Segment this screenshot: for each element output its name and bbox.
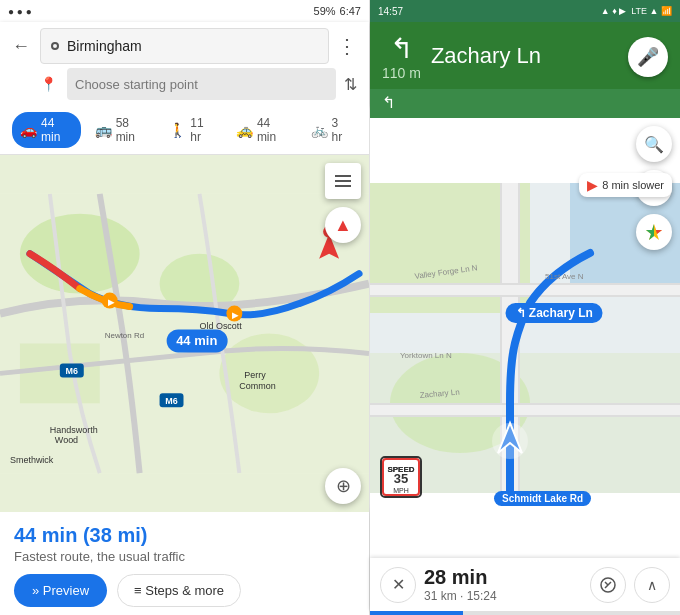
status-bar-left: ● ● ● 59% 6:47 bbox=[0, 0, 369, 22]
schmidt-lake-label: Schmidt Lake Rd bbox=[494, 491, 591, 506]
speed-limit-sign: SPEED SPEED 35 MPH bbox=[380, 456, 422, 498]
nav-map[interactable]: Valley Forge Ln N 51st Ave N Yorktown Ln… bbox=[370, 118, 680, 558]
route-time-label: 44 min bbox=[166, 329, 227, 352]
compass-icon[interactable]: ▲ bbox=[325, 207, 361, 243]
search-bar: ← Birmingham ⋮ 📍 Choose starting point ⇅ bbox=[0, 22, 369, 106]
turn-arrow-icon: ↰ bbox=[390, 32, 413, 65]
svg-text:Newton Rd: Newton Rd bbox=[105, 331, 144, 340]
gmaps-triangle: ▶ bbox=[587, 177, 598, 193]
route-info: 44 min (38 mi) Fastest route, the usual … bbox=[14, 524, 355, 564]
nav-distance: 110 m bbox=[382, 65, 421, 81]
transit-time: 58 min bbox=[116, 116, 148, 144]
transit-icon: 🚌 bbox=[95, 122, 112, 138]
tab-drive[interactable]: 🚗 44 min bbox=[12, 112, 81, 148]
walk-time: 11 hr bbox=[190, 116, 214, 144]
gmaps-icon[interactable] bbox=[636, 214, 672, 250]
pin-icon: 📍 bbox=[40, 76, 57, 92]
nav-progress-bar bbox=[370, 611, 680, 615]
nav-progress-fill bbox=[370, 611, 463, 615]
tab-rideshare[interactable]: 🚕 44 min bbox=[228, 112, 297, 148]
svg-point-1 bbox=[20, 214, 140, 294]
steps-more-button[interactable]: ≡ Steps & more bbox=[117, 574, 241, 607]
left-panel: ● ● ● 59% 6:47 ← Birmingham ⋮ 📍 Choose s… bbox=[0, 0, 370, 615]
svg-text:M6: M6 bbox=[66, 366, 78, 376]
route-desc-text: Fastest route, the usual traffic bbox=[14, 549, 355, 564]
left-battery: 59% bbox=[314, 5, 336, 17]
status-bar-right: 14:57 ▲ ♦ ▶ LTE ▲ 📶 bbox=[370, 0, 680, 22]
rideshare-time: 44 min bbox=[257, 116, 289, 144]
turn-preview-bar: ↰ bbox=[370, 89, 680, 118]
svg-text:Perry: Perry bbox=[244, 370, 266, 380]
svg-text:▶: ▶ bbox=[232, 311, 239, 320]
svg-text:Common: Common bbox=[239, 381, 275, 391]
search-destination-text: Birmingham bbox=[67, 38, 318, 54]
route-time-text: 44 min (38 mi) bbox=[14, 524, 355, 547]
expand-panel-button[interactable]: ∧ bbox=[634, 567, 670, 603]
svg-text:51st Ave N: 51st Ave N bbox=[545, 272, 584, 281]
right-panel: 14:57 ▲ ♦ ▶ LTE ▲ 📶 ↰ 110 m Zachary Ln 🎤… bbox=[370, 0, 680, 615]
cycle-icon: 🚲 bbox=[311, 122, 328, 138]
svg-text:35: 35 bbox=[394, 471, 408, 486]
right-status-icons: ▲ ♦ ▶ LTE ▲ 📶 bbox=[601, 6, 672, 16]
circle-icon bbox=[51, 42, 59, 50]
svg-rect-23 bbox=[335, 180, 351, 182]
svg-text:▶: ▶ bbox=[108, 298, 115, 307]
svg-text:MPH: MPH bbox=[393, 487, 409, 494]
zachary-lane-label: ↰ Zachary Ln bbox=[506, 303, 603, 323]
back-arrow-icon[interactable]: ← bbox=[12, 36, 30, 57]
nav-time-text: 28 min bbox=[424, 566, 582, 589]
mic-button[interactable]: 🎤 bbox=[628, 37, 668, 77]
transport-tabs: 🚗 44 min 🚌 58 min 🚶 11 hr 🚕 44 min 🚲 3 h… bbox=[0, 106, 369, 155]
slower-badge: ▶ 8 min slower bbox=[579, 173, 672, 197]
svg-point-41 bbox=[492, 423, 528, 459]
cycle-time: 3 hr bbox=[332, 116, 349, 144]
left-status-icons: ● ● ● bbox=[8, 6, 32, 17]
left-time: 6:47 bbox=[340, 5, 361, 17]
svg-rect-24 bbox=[335, 185, 351, 187]
drive-icon: 🚗 bbox=[20, 122, 37, 138]
tab-cycle[interactable]: 🚲 3 hr bbox=[303, 112, 357, 148]
tab-transit[interactable]: 🚌 58 min bbox=[87, 112, 156, 148]
my-location-icon[interactable]: ⊕ bbox=[325, 468, 361, 504]
swap-icon[interactable]: ⇅ bbox=[344, 75, 357, 94]
right-time: 14:57 bbox=[378, 6, 403, 17]
preview-button[interactable]: » Preview bbox=[14, 574, 107, 607]
walk-icon: 🚶 bbox=[169, 122, 186, 138]
rideshare-icon: 🚕 bbox=[236, 122, 253, 138]
search-button[interactable]: 🔍 bbox=[636, 126, 672, 162]
nav-time-info: 28 min 31 km · 15:24 bbox=[424, 566, 582, 603]
svg-text:Smethwick: Smethwick bbox=[10, 455, 54, 465]
menu-dots-icon[interactable]: ⋮ bbox=[337, 34, 357, 58]
svg-text:Yorktown Ln N: Yorktown Ln N bbox=[400, 351, 452, 360]
turn-preview-arrow-icon: ↰ bbox=[382, 93, 395, 112]
cancel-navigation-button[interactable]: ✕ bbox=[380, 567, 416, 603]
map-view[interactable]: ▶ ▶ M6 M6 Newton Rd Old Oscott Perry Com… bbox=[0, 155, 369, 512]
drive-time: 44 min bbox=[41, 116, 73, 144]
layers-button[interactable] bbox=[325, 163, 361, 199]
tab-walk[interactable]: 🚶 11 hr bbox=[161, 112, 222, 148]
action-buttons: » Preview ≡ Steps & more bbox=[14, 574, 355, 607]
svg-rect-35 bbox=[370, 405, 680, 415]
svg-rect-22 bbox=[335, 175, 351, 177]
start-point-placeholder: Choose starting point bbox=[75, 77, 198, 92]
svg-text:Wood: Wood bbox=[55, 435, 78, 445]
nav-details-text: 31 km · 15:24 bbox=[424, 589, 582, 603]
street-name-text: Zachary Ln bbox=[431, 44, 618, 68]
svg-point-3 bbox=[219, 334, 319, 414]
street-info: Zachary Ln bbox=[431, 44, 618, 68]
slower-text: 8 min slower bbox=[602, 179, 664, 191]
start-point-input[interactable]: Choose starting point bbox=[67, 68, 336, 100]
nav-bottom: ✕ 28 min 31 km · 15:24 ∧ bbox=[370, 558, 680, 611]
search-input[interactable]: Birmingham bbox=[40, 28, 329, 64]
svg-text:Handsworth: Handsworth bbox=[50, 425, 98, 435]
route-options-button[interactable] bbox=[590, 567, 626, 603]
svg-rect-33 bbox=[370, 285, 680, 295]
svg-text:M6: M6 bbox=[165, 396, 177, 406]
bottom-panel-left: 44 min (38 mi) Fastest route, the usual … bbox=[0, 512, 369, 615]
nav-header: ↰ 110 m Zachary Ln 🎤 bbox=[370, 22, 680, 89]
